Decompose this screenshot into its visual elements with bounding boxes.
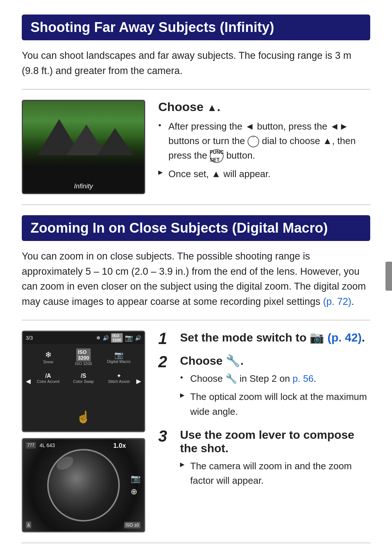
cell-stitch-assist: ✦ Stitch Assist (102, 369, 136, 387)
section1-intro: You can shoot landscapes and far away su… (22, 48, 370, 79)
steps-col: 1 Set the mode switch to 📷 (p. 42). 2 Ch… (158, 331, 370, 497)
step3-bullet1: The camera will zoom in and the zoom fac… (180, 459, 370, 488)
step2-bullet1: Choose 🔧 in Step 2 on p. 56. (180, 371, 370, 386)
bullet-item-2: Once set, ▲ will appear. (158, 167, 370, 181)
step2: 2 Choose 🔧. Choose 🔧 in Step 2 on p. 56.… (158, 354, 370, 422)
ui-macro-icon: 📷 (125, 334, 133, 342)
ui-extra-icon: 🔊 (135, 335, 141, 341)
target-icon: ⊕ (131, 487, 140, 496)
section1-image: 🌿 ▲ 🎵 Infinity (22, 100, 145, 194)
macro-icon-right: 📷 (131, 474, 140, 483)
divider1 (22, 89, 370, 90)
section2-intro: You can zoom in on close subjects. The p… (22, 249, 370, 310)
step3-num: 3 (158, 428, 173, 444)
landscape-bg (23, 101, 144, 166)
step1: 1 Set the mode switch to 📷 (p. 42). (158, 331, 370, 348)
mountain3 (97, 128, 133, 155)
lens-image-container: 777 4L 643 1.0x 📷 ⊕ (22, 438, 145, 532)
dial-icon (248, 136, 259, 147)
step1-content: Set the mode switch to 📷 (p. 42). (180, 331, 370, 348)
step3-content: Use the zoom lever to compose the shot. … (180, 428, 370, 492)
steps-with-images: 3/3 ❄ 🔊 ISO3200 📷 🔊 ◄ ► ❄ (22, 331, 370, 532)
step1-heading: Set the mode switch to 📷 (p. 42). (180, 331, 370, 344)
section1-instructions: Choose ▲. After pressing the ◄ button, p… (158, 100, 370, 185)
right-scrollbar-tab (385, 262, 392, 291)
step3-heading: Use the zoom lever to compose the shot. (180, 428, 370, 455)
cell-iso: ISO3200 ISO 3200 (66, 345, 101, 369)
link-p56[interactable]: p. 56 (293, 373, 314, 384)
lens-overlay-bottom: â (26, 522, 34, 528)
iso-bottom-right: ISO ±0 (124, 522, 140, 528)
divider3 (22, 320, 370, 320)
section1-content: 🌿 ▲ 🎵 Infinity Choose ▲. After pressing (22, 100, 370, 194)
cell-digital-macro: 📷 Digital Macro (102, 345, 136, 369)
ui-fraction: 3/3 (26, 335, 33, 341)
step3: 3 Use the zoom lever to compose the shot… (158, 428, 370, 492)
camera-screen: 🌿 ▲ 🎵 Infinity (22, 100, 145, 194)
lens-overlay-top: 777 4L 643 (26, 442, 55, 449)
func-button: FUNCSET (210, 149, 224, 163)
zoom-indicator: 1.0x (113, 442, 126, 450)
lens-circle (47, 449, 120, 522)
mountain-icon: ▲ (207, 102, 217, 113)
section1-title: Shooting Far Away Subjects (Infinity) (22, 15, 370, 40)
step1-num: 1 (158, 331, 173, 347)
section1: Shooting Far Away Subjects (Infinity) Yo… (22, 15, 370, 205)
lens-image: 777 4L 643 1.0x 📷 ⊕ (22, 438, 145, 532)
step2-content: Choose 🔧. Choose 🔧 in Step 2 on p. 56. T… (180, 354, 370, 422)
divider4 (22, 543, 370, 543)
step3-bullets: The camera will zoom in and the zoom fac… (180, 459, 370, 488)
right-icons: 📷 ⊕ (131, 474, 140, 496)
ui-iso-badge: ISO3200 (111, 333, 123, 343)
divider2 (22, 204, 370, 205)
link-p42[interactable]: (p. 42) (327, 331, 362, 344)
finger-touch-icon: ☝ (76, 410, 91, 424)
step2-heading: Choose 🔧. (180, 354, 370, 368)
section2-title: Zooming In on Close Subjects (Digital Ma… (22, 215, 370, 241)
step2-num: 2 (158, 354, 173, 370)
section2: Zooming In on Close Subjects (Digital Ma… (22, 215, 370, 552)
ui-snow-icon: ❄ (96, 335, 101, 341)
cell-snow: ❄ Snow (31, 345, 65, 369)
section1-bullet-list: After pressing the ◄ button, press the ◄… (158, 119, 370, 181)
nav-arrow-left: ◄ (24, 377, 32, 386)
step2-bullets: Choose 🔧 in Step 2 on p. 56. The optical… (180, 371, 370, 419)
cell-color-swap: /S Color Swap (66, 369, 101, 387)
camera-images-col: 3/3 ❄ 🔊 ISO3200 📷 🔊 ◄ ► ❄ (22, 331, 145, 532)
camera-ui-screen: 3/3 ❄ 🔊 ISO3200 📷 🔊 ◄ ► ❄ (22, 331, 145, 432)
nav-arrow-right: ► (135, 377, 143, 386)
cell-color-accent: /A Color Accent (31, 369, 65, 387)
choose-heading: Choose ▲. (158, 100, 370, 114)
bullet-item-1: After pressing the ◄ button, press the ◄… (158, 119, 370, 163)
ui-speaker-icon: 🔊 (103, 335, 109, 341)
screen-label: Infinity (74, 183, 93, 190)
link-p72[interactable]: (p. 72) (323, 296, 351, 307)
step2-bullet2: The optical zoom will lock at the maximu… (180, 389, 370, 419)
